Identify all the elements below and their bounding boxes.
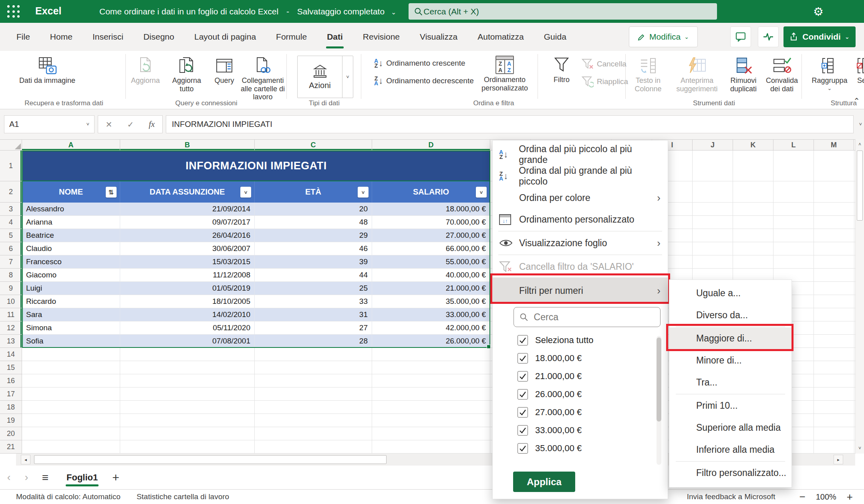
cell[interactable]: 28 bbox=[255, 335, 372, 348]
column-header-j[interactable]: J bbox=[693, 140, 733, 150]
cell[interactable]: 33 bbox=[255, 295, 372, 308]
collegamenti-cartelle-button[interactable]: Collegamenti alle cartelle di lavoro bbox=[240, 55, 286, 101]
menu-sheet-view[interactable]: Visualizzazione foglio › bbox=[493, 232, 668, 254]
header-eta[interactable]: ETÀ ˅ bbox=[255, 181, 372, 203]
cancel-entry-icon[interactable]: ✕ bbox=[106, 120, 113, 129]
filter-checkbox-select-all[interactable]: Seleziona tutto bbox=[493, 331, 668, 349]
name-box[interactable]: A1 ˅ bbox=[4, 115, 95, 133]
checkbox-checked-icon[interactable] bbox=[518, 371, 528, 382]
app-launcher-icon[interactable] bbox=[6, 4, 21, 19]
cell[interactable]: 21.000,00 € bbox=[372, 282, 490, 295]
scroll-left-arrow[interactable]: ◂ bbox=[21, 455, 30, 464]
row-header[interactable]: 9 bbox=[0, 282, 22, 295]
aggiorna-button[interactable]: Aggiorna bbox=[127, 55, 164, 85]
row-header[interactable]: 4 bbox=[0, 216, 22, 229]
cell[interactable]: 11/12/2008 bbox=[120, 269, 255, 282]
filter-checkbox-value[interactable]: 35.000,00 € bbox=[493, 439, 668, 457]
submenu-uguale-a[interactable]: Uguale a... bbox=[669, 282, 791, 304]
cell[interactable]: 20 bbox=[255, 203, 372, 216]
cell[interactable]: 66.000,00 € bbox=[372, 242, 490, 255]
row-header[interactable]: 13 bbox=[0, 335, 22, 348]
filter-checkbox-value[interactable]: 26.000,00 € bbox=[493, 385, 668, 403]
cell[interactable]: 30/06/2007 bbox=[120, 242, 255, 255]
row-header[interactable]: 3 bbox=[0, 203, 22, 216]
select-all-corner[interactable] bbox=[0, 140, 22, 150]
anteprima-suggerimenti-button[interactable]: Anteprima suggerimenti bbox=[670, 55, 724, 93]
row-header[interactable]: 12 bbox=[0, 321, 22, 335]
add-sheet-button[interactable]: + bbox=[112, 471, 119, 484]
cell[interactable]: 18/10/2005 bbox=[120, 295, 255, 308]
submenu-superiore-media[interactable]: Superiore alla media bbox=[669, 417, 791, 439]
convalida-dati-button[interactable]: Convalida dei dati bbox=[763, 55, 801, 93]
confirm-entry-icon[interactable]: ✓ bbox=[127, 120, 134, 129]
row-header[interactable]: 11 bbox=[0, 308, 22, 321]
vertical-scroll-thumb[interactable] bbox=[857, 151, 863, 221]
cell[interactable]: 55.000,00 € bbox=[372, 255, 490, 269]
tab-disegno[interactable]: Disegno bbox=[133, 23, 184, 51]
cell[interactable]: 48 bbox=[255, 216, 372, 229]
tab-visualizza[interactable]: Visualizza bbox=[410, 23, 467, 51]
workbook-stats-status[interactable]: Statistiche cartella di lavoro bbox=[137, 492, 229, 501]
column-header-l[interactable]: L bbox=[773, 140, 814, 150]
row-header[interactable]: 2 bbox=[0, 181, 22, 203]
cell[interactable]: Giacomo bbox=[22, 269, 120, 282]
insert-function-icon[interactable]: fx bbox=[149, 119, 155, 129]
cell[interactable]: 33.000,00 € bbox=[372, 308, 490, 321]
zoom-in-button[interactable]: + bbox=[847, 491, 853, 503]
sheet-tab-foglio1[interactable]: Foglio1 bbox=[61, 466, 103, 489]
cell[interactable]: 26.000,00 € bbox=[372, 335, 490, 348]
submenu-maggiore-di[interactable]: Maggiore di... bbox=[669, 327, 791, 349]
activity-button[interactable] bbox=[758, 26, 779, 47]
checkbox-checked-icon[interactable] bbox=[518, 353, 528, 363]
checkbox-checked-icon[interactable] bbox=[518, 443, 528, 454]
scroll-down-arrow[interactable]: ˅ bbox=[856, 446, 864, 451]
cell[interactable]: 01/05/2019 bbox=[120, 282, 255, 295]
tab-dati[interactable]: Dati bbox=[317, 23, 353, 51]
cell[interactable]: 05/11/2020 bbox=[120, 321, 255, 335]
cell[interactable]: 21/09/2014 bbox=[120, 203, 255, 216]
cell[interactable]: 29 bbox=[255, 229, 372, 242]
submenu-filtro-personalizzato[interactable]: Filtro personalizzato... bbox=[669, 462, 791, 484]
cell[interactable]: 25 bbox=[255, 282, 372, 295]
row-header[interactable]: 7 bbox=[0, 255, 22, 269]
aggiorna-tutto-button[interactable]: Aggiorna tutto bbox=[164, 55, 209, 93]
menu-sort-by-color[interactable]: Ordina per colore › bbox=[493, 187, 668, 209]
cell[interactable]: 31 bbox=[255, 308, 372, 321]
separa-button[interactable]: Sep bbox=[852, 55, 864, 85]
cell[interactable]: Simona bbox=[22, 321, 120, 335]
dati-da-immagine-button[interactable]: Dati da immagine bbox=[15, 55, 79, 85]
cell[interactable]: Sofia bbox=[22, 335, 120, 348]
cell[interactable]: 07/08/2001 bbox=[120, 335, 255, 348]
expand-formula-bar-icon[interactable]: ˅ bbox=[859, 121, 862, 127]
query-button[interactable]: Query bbox=[209, 55, 240, 85]
filter-list-scroll-thumb[interactable] bbox=[657, 337, 661, 422]
chevron-down-icon[interactable]: ⌄ bbox=[391, 9, 396, 16]
cell[interactable]: 39 bbox=[255, 255, 372, 269]
cell[interactable]: Riccardo bbox=[22, 295, 120, 308]
cell[interactable]: Luigi bbox=[22, 282, 120, 295]
cell[interactable]: 18.000,00 € bbox=[372, 203, 490, 216]
share-button[interactable]: Condividi ⌄ bbox=[783, 26, 856, 47]
cell[interactable]: Arianna bbox=[22, 216, 120, 229]
row-header[interactable]: 19 bbox=[0, 414, 22, 427]
filter-checkbox-value[interactable]: 18.000,00 € bbox=[493, 349, 668, 367]
filtro-button[interactable]: Filtro bbox=[543, 54, 580, 84]
all-sheets-menu-icon[interactable]: ≡ bbox=[35, 471, 55, 484]
row-header[interactable]: 5 bbox=[0, 229, 22, 242]
submenu-tra[interactable]: Tra... bbox=[669, 371, 791, 394]
ordinamento-personalizzato-button[interactable]: ZA AZ Ordinamento personalizzato bbox=[474, 54, 535, 92]
column-header-d[interactable]: D bbox=[372, 140, 490, 150]
document-title[interactable]: Come ordinare i dati in un foglio di cal… bbox=[99, 7, 396, 16]
header-data-assunzione[interactable]: DATA ASSUNZIONE ˅ bbox=[120, 181, 255, 203]
ordinamento-decrescente-button[interactable]: ZA↓ Ordinamento decrescente bbox=[374, 76, 474, 86]
menu-sort-ascending[interactable]: AZ↓ Ordina dal più piccolo al più grande bbox=[493, 144, 668, 165]
azioni-dropdown-arrow[interactable]: ˅ bbox=[342, 56, 353, 98]
calc-mode-status[interactable]: Modalità di calcolo: Automatico bbox=[16, 492, 121, 501]
cell[interactable]: 35.000,00 € bbox=[372, 295, 490, 308]
row-header[interactable]: 6 bbox=[0, 242, 22, 255]
filter-list-scrollbar[interactable] bbox=[657, 336, 661, 465]
row-header[interactable]: 10 bbox=[0, 295, 22, 308]
tab-formule[interactable]: Formule bbox=[266, 23, 317, 51]
apply-filter-button[interactable]: Applica bbox=[513, 472, 575, 492]
zoom-out-button[interactable]: − bbox=[799, 491, 805, 503]
